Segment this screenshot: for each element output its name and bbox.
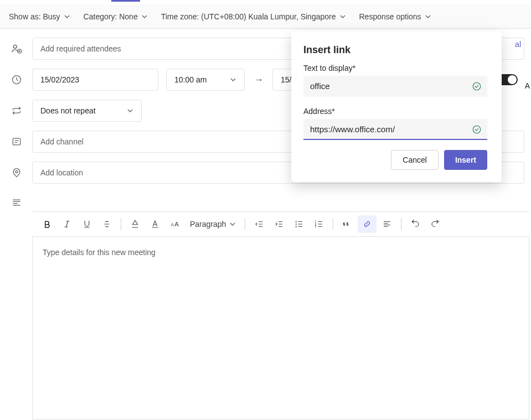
address-label: Address*: [303, 107, 487, 116]
chevron-down-icon: [229, 221, 236, 227]
optional-attendees-link[interactable]: al: [515, 40, 521, 49]
check-circle-icon: [472, 125, 482, 134]
svg-point-14: [473, 126, 481, 133]
strikethrough-button[interactable]: [97, 215, 116, 233]
toolbar-separator: [245, 218, 245, 230]
svg-point-7: [296, 221, 297, 222]
clock-icon: [11, 74, 22, 85]
outdent-button[interactable]: [250, 215, 269, 233]
response-options-dropdown[interactable]: Response options: [359, 12, 431, 21]
response-options-label: Response options: [359, 12, 421, 21]
text-to-display-label: Text to display*: [303, 64, 487, 72]
insert-link-button[interactable]: [358, 215, 377, 233]
svg-point-0: [13, 45, 17, 48]
paragraph-style-dropdown[interactable]: Paragraph: [185, 215, 240, 233]
location-icon: [11, 167, 22, 178]
address-input[interactable]: [303, 119, 487, 140]
timezone-dropdown[interactable]: Time zone: (UTC+08:00) Kuala Lumpur, Sin…: [161, 12, 346, 21]
chevron-down-icon: [141, 13, 148, 20]
dialog-title: Insert link: [303, 44, 487, 56]
recurrence-dropdown[interactable]: Does not repeat: [32, 100, 142, 122]
cancel-button[interactable]: Cancel: [391, 150, 439, 170]
toolbar-separator: [333, 218, 333, 230]
all-day-label: A: [525, 81, 530, 90]
bold-button[interactable]: [38, 215, 56, 233]
text-to-display-input[interactable]: [303, 76, 487, 97]
attendees-placeholder: Add required attendees: [40, 44, 121, 53]
undo-button[interactable]: [406, 215, 425, 233]
font-color-button[interactable]: [146, 215, 164, 233]
paragraph-label: Paragraph: [190, 220, 226, 229]
start-time-value: 10:00 am: [174, 75, 207, 84]
meeting-details-editor[interactable]: Type details for this new meeting: [32, 237, 529, 419]
toolbar-separator: [401, 218, 401, 230]
font-size-button[interactable]: AA: [166, 215, 184, 233]
location-placeholder: Add location: [40, 168, 83, 177]
chevron-down-icon: [425, 13, 431, 20]
insert-button[interactable]: Insert: [444, 150, 487, 170]
svg-rect-3: [13, 138, 20, 145]
category-dropdown[interactable]: Category: None: [84, 12, 148, 21]
highlight-button[interactable]: [126, 215, 145, 233]
svg-point-8: [296, 224, 297, 225]
start-time-dropdown[interactable]: 10:00 am: [166, 69, 245, 91]
show-as-dropdown[interactable]: Show as: Busy: [9, 12, 70, 21]
redo-button[interactable]: [426, 215, 445, 233]
numbered-list-button[interactable]: 123: [310, 215, 328, 233]
start-date-input[interactable]: 15/02/2023: [32, 69, 158, 91]
svg-text:3: 3: [315, 225, 317, 228]
svg-point-4: [16, 170, 18, 173]
bullet-list-button[interactable]: [290, 215, 308, 233]
editor-toolbar: AA Paragraph 123: [32, 211, 529, 237]
people-add-icon: [11, 43, 23, 55]
chevron-down-icon: [339, 13, 346, 20]
chevron-down-icon: [230, 76, 236, 83]
channel-icon: [11, 136, 22, 147]
arrow-right-icon: →: [252, 74, 265, 86]
toolbar-separator: [121, 218, 121, 230]
description-icon: [11, 197, 22, 208]
active-tab-indicator: [111, 0, 140, 2]
description-row-header: [0, 188, 531, 208]
editor-placeholder: Type details for this new meeting: [43, 248, 156, 257]
chevron-down-icon: [64, 13, 70, 20]
channel-placeholder: Add channel: [40, 137, 84, 146]
quote-button[interactable]: [338, 215, 357, 233]
category-label: Category: None: [84, 12, 138, 21]
align-button[interactable]: [378, 215, 396, 233]
svg-text:A: A: [174, 221, 179, 227]
underline-button[interactable]: [78, 215, 96, 233]
repeat-icon: [11, 105, 22, 116]
check-circle-icon: [472, 81, 482, 91]
indent-button[interactable]: [270, 215, 288, 233]
svg-text:A: A: [171, 222, 174, 227]
show-as-label: Show as: Busy: [9, 12, 60, 21]
italic-button[interactable]: [58, 215, 76, 233]
chevron-down-icon: [127, 107, 133, 114]
insert-link-dialog: Insert link Text to display* Address* Ca…: [291, 31, 502, 182]
recurrence-value: Does not repeat: [40, 106, 96, 115]
meeting-options-bar: Show as: Busy Category: None Time zone: …: [0, 4, 531, 29]
start-date-value: 15/02/2023: [40, 75, 79, 84]
svg-point-13: [473, 82, 481, 90]
timezone-label: Time zone: (UTC+08:00) Kuala Lumpur, Sin…: [161, 12, 336, 21]
svg-point-9: [296, 226, 297, 227]
